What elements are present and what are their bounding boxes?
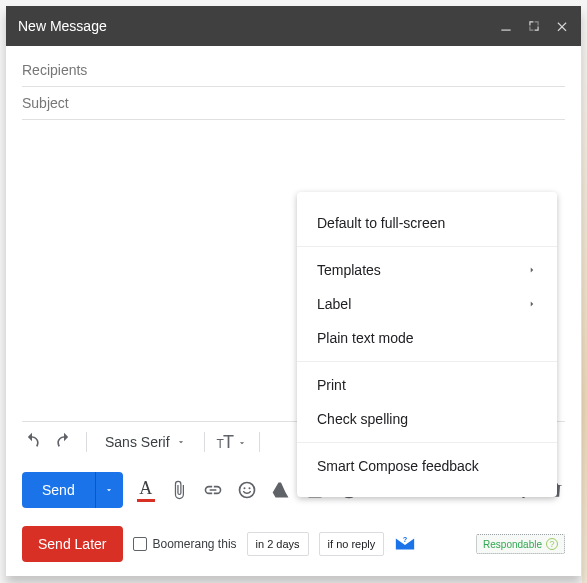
redo-icon[interactable] <box>54 432 74 452</box>
background-strip <box>582 0 587 583</box>
menu-plain-text[interactable]: Plain text mode <box>297 321 557 355</box>
boomerang-help-icon[interactable]: ? <box>394 533 416 555</box>
fields-area <box>6 46 581 120</box>
menu-default-fullscreen[interactable]: Default to full-screen <box>297 206 557 240</box>
send-options-button[interactable] <box>95 472 123 508</box>
recipients-field[interactable] <box>22 62 565 78</box>
recipients-row <box>22 54 565 87</box>
divider <box>86 432 87 452</box>
menu-label[interactable]: Label <box>297 287 557 321</box>
divider <box>204 432 205 452</box>
boomerang-checkbox-label: Boomerang this <box>153 537 237 551</box>
boomerang-condition-select[interactable]: if no reply <box>319 532 385 556</box>
expand-icon[interactable] <box>527 19 541 33</box>
attach-icon[interactable] <box>169 480 189 500</box>
font-family-button[interactable]: Sans Serif <box>99 430 192 454</box>
minimize-icon[interactable] <box>499 19 513 33</box>
chevron-right-icon <box>527 265 537 275</box>
chevron-down-icon <box>176 437 186 447</box>
drive-icon[interactable] <box>271 480 291 500</box>
text-color-button[interactable]: A <box>137 478 155 502</box>
send-button-group: Send <box>22 472 123 508</box>
boomerang-delay-select[interactable]: in 2 days <box>247 532 309 556</box>
boomerang-checkbox[interactable]: Boomerang this <box>133 537 237 551</box>
divider <box>259 432 260 452</box>
font-family-label: Sans Serif <box>105 434 170 450</box>
menu-section: Default to full-screen <box>297 200 557 247</box>
respondable-help-icon: ? <box>546 538 558 550</box>
menu-smart-compose-feedback[interactable]: Smart Compose feedback <box>297 449 557 483</box>
menu-section: Templates Label Plain text mode <box>297 247 557 362</box>
menu-print[interactable]: Print <box>297 368 557 402</box>
svg-rect-0 <box>501 30 510 31</box>
chevron-right-icon <box>527 299 537 309</box>
menu-check-spelling[interactable]: Check spelling <box>297 402 557 436</box>
respondable-badge[interactable]: Respondable ? <box>476 534 565 554</box>
font-size-button[interactable]: TT <box>217 432 247 453</box>
menu-section: Smart Compose feedback <box>297 443 557 489</box>
svg-point-2 <box>243 487 245 489</box>
respondable-label: Respondable <box>483 539 542 550</box>
emoji-icon[interactable] <box>237 480 257 500</box>
subject-field[interactable] <box>22 95 565 111</box>
subject-row <box>22 87 565 120</box>
window-title: New Message <box>18 18 491 34</box>
checkbox-box <box>133 537 147 551</box>
svg-point-3 <box>248 487 250 489</box>
svg-text:?: ? <box>403 535 408 544</box>
menu-section: Print Check spelling <box>297 362 557 443</box>
close-icon[interactable] <box>555 19 569 33</box>
menu-templates[interactable]: Templates <box>297 253 557 287</box>
link-icon[interactable] <box>203 480 223 500</box>
send-button[interactable]: Send <box>22 472 95 508</box>
undo-icon[interactable] <box>22 432 42 452</box>
window-header: New Message <box>6 6 581 46</box>
window-controls <box>499 19 569 33</box>
svg-point-1 <box>239 483 254 498</box>
boomerang-row: Send Later Boomerang this in 2 days if n… <box>6 518 581 576</box>
more-options-menu: Default to full-screen Templates Label P… <box>297 192 557 497</box>
send-later-button[interactable]: Send Later <box>22 526 123 562</box>
